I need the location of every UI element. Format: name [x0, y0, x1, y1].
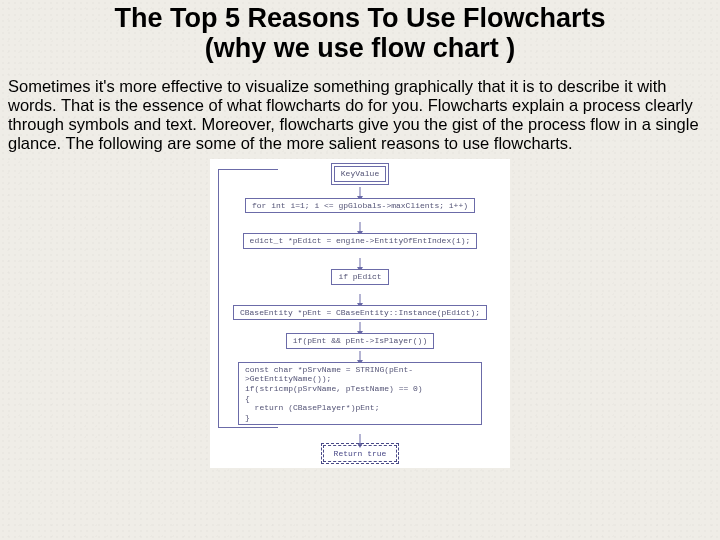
flowchart-node-body: const char *pSrvName = STRING(pEnt->GetE… [238, 362, 482, 426]
page-title: The Top 5 Reasons To Use Flowcharts [8, 4, 712, 34]
flowchart-node-start: KeyValue [334, 166, 386, 182]
flowchart: KeyValue for int i=1; i <= gpGlobals->ma… [216, 163, 504, 462]
flowchart-node-if-edict: if pEdict [331, 269, 388, 285]
flowchart-node-end: Return true [323, 445, 398, 462]
page-subtitle: (why we use flow chart ) [8, 34, 712, 64]
flowchart-node-if-player: if(pEnt && pEnt->IsPlayer()) [286, 333, 434, 349]
body-paragraph: Sometimes it's more effective to visuali… [8, 77, 712, 153]
flowchart-node-assign-edict: edict_t *pEdict = engine->EntityOfEntInd… [243, 233, 478, 249]
flowchart-figure: KeyValue for int i=1; i <= gpGlobals->ma… [210, 159, 510, 468]
flowchart-node-loop-header: for int i=1; i <= gpGlobals->maxClients;… [245, 198, 475, 214]
flowchart-node-instance: CBaseEntity *pEnt = CBaseEntity::Instanc… [233, 305, 487, 321]
loop-back-edge [218, 169, 219, 428]
slide: The Top 5 Reasons To Use Flowcharts (why… [0, 0, 720, 540]
